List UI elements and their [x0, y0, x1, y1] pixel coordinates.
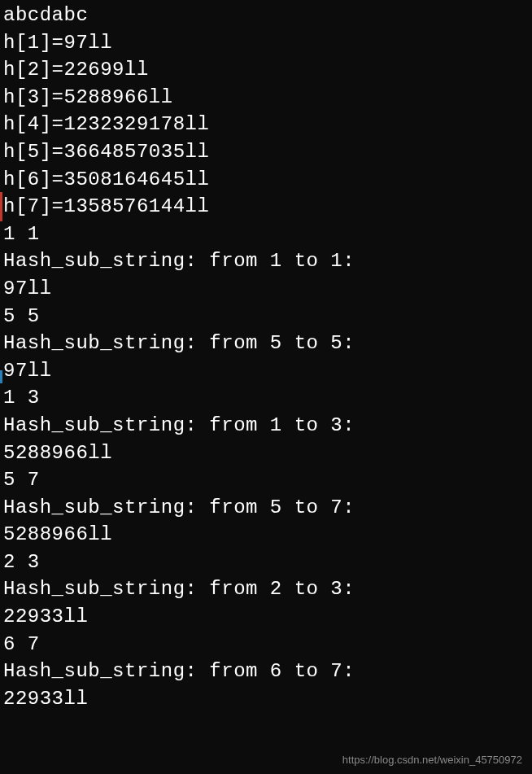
output-line: 22933ll [3, 603, 529, 631]
output-line: h[3]=5288966ll [3, 84, 529, 112]
output-line: 1 3 [3, 384, 529, 412]
output-line: Hash_sub_string: from 5 to 5: [3, 330, 529, 357]
output-line: Hash_sub_string: from 1 to 1: [3, 247, 529, 275]
terminal-output: abcdabc h[1]=97ll h[2]=22699ll h[3]=5288… [3, 2, 529, 712]
output-line: Hash_sub_string: from 1 to 3: [3, 412, 529, 439]
output-line: h[2]=22699ll [3, 56, 529, 84]
output-line: abcdabc [3, 2, 529, 29]
output-line: 97ll [3, 275, 529, 303]
gutter-marker-blue [0, 370, 2, 383]
watermark-text: https://blog.csdn.net/weixin_45750972 [342, 753, 522, 767]
output-line: 22933ll [3, 685, 529, 713]
output-line: 6 7 [3, 631, 529, 658]
output-line: 5 5 [3, 303, 529, 330]
output-line: 5 7 [3, 466, 529, 494]
output-line: h[4]=1232329178ll [3, 111, 529, 138]
output-line: 2 3 [3, 549, 529, 576]
output-line: 1 1 [3, 221, 529, 248]
output-line: Hash_sub_string: from 2 to 3: [3, 575, 529, 603]
output-line: h[5]=3664857035ll [3, 138, 529, 166]
output-line: 5288966ll [3, 439, 529, 467]
output-line: 97ll [3, 357, 529, 385]
gutter-marker-red [0, 192, 2, 221]
output-line: h[1]=97ll [3, 29, 529, 57]
output-line: Hash_sub_string: from 6 to 7: [3, 658, 529, 685]
output-line: h[7]=1358576144ll [3, 193, 529, 221]
output-line: Hash_sub_string: from 5 to 7: [3, 494, 529, 522]
output-line: h[6]=3508164645ll [3, 166, 529, 194]
output-line: 5288966ll [3, 521, 529, 549]
